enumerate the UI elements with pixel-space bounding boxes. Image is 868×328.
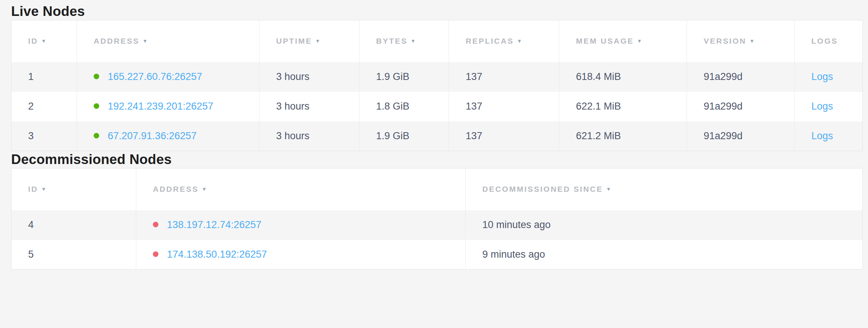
live-status-dot-icon xyxy=(94,103,99,109)
live-status-dot-icon xyxy=(94,74,99,79)
cell-replicas: 137 xyxy=(449,121,559,151)
sort-arrow-icon: ▾ xyxy=(203,185,206,193)
sort-arrow-icon: ▾ xyxy=(42,185,45,193)
column-header-address[interactable]: ADDRESS▾ xyxy=(77,20,259,62)
cell-id: 5 xyxy=(11,240,136,270)
column-header-logs: LOGS xyxy=(795,20,863,62)
column-header-replicas[interactable]: REPLICAS▾ xyxy=(449,20,559,62)
column-header-label: ID xyxy=(28,185,38,193)
column-header-label: UPTIME xyxy=(276,37,312,45)
cell-value: 3 hours xyxy=(276,71,309,82)
cell-value: 3 hours xyxy=(276,130,309,141)
node-row-4: 4138.197.12.74:2625710 minutes ago xyxy=(11,210,863,240)
node-row-3: 367.207.91.36:262573 hours1.9 GiB137621.… xyxy=(11,121,863,151)
column-header-decommissioned_since[interactable]: DECOMMISSIONED SINCE▾ xyxy=(466,168,863,210)
cell-mem_usage: 621.2 MiB xyxy=(559,121,687,151)
cell-bytes: 1.8 GiB xyxy=(359,92,449,121)
cell-value: 137 xyxy=(466,130,482,141)
cell-address: 138.197.12.74:26257 xyxy=(136,210,466,240)
node-address-link[interactable]: 192.241.239.201:26257 xyxy=(108,101,213,112)
column-header-label: REPLICAS xyxy=(466,37,514,45)
column-header-uptime[interactable]: UPTIME▾ xyxy=(259,20,359,62)
column-header-address[interactable]: ADDRESS▾ xyxy=(136,168,466,210)
sort-arrow-icon: ▾ xyxy=(638,37,641,44)
cell-bytes: 1.9 GiB xyxy=(359,121,449,151)
cell-id: 1 xyxy=(11,62,77,92)
column-header-mem_usage[interactable]: MEM USAGE▾ xyxy=(559,20,687,62)
cell-mem_usage: 622.1 MiB xyxy=(559,92,687,121)
cell-value: 10 minutes ago xyxy=(482,219,551,230)
column-header-label: ADDRESS xyxy=(94,37,140,45)
cell-value: 2 xyxy=(28,101,34,112)
cell-replicas: 137 xyxy=(449,92,559,121)
column-header-bytes[interactable]: BYTES▾ xyxy=(359,20,449,62)
column-header-label: MEM USAGE xyxy=(576,37,634,45)
cell-replicas: 137 xyxy=(449,62,559,92)
sort-arrow-icon: ▾ xyxy=(518,37,521,44)
cell-version: 91a299d xyxy=(687,62,795,92)
cell-value: 137 xyxy=(466,71,482,82)
column-header-label: LOGS xyxy=(811,37,838,45)
node-logs-link[interactable]: Logs xyxy=(811,71,833,82)
sort-arrow-icon: ▾ xyxy=(316,37,319,44)
cell-value: 4 xyxy=(28,219,34,230)
node-row-1: 1165.227.60.76:262573 hours1.9 GiB137618… xyxy=(11,62,863,92)
cell-value: 3 xyxy=(28,130,34,141)
column-header-label: DECOMMISSIONED SINCE xyxy=(482,185,603,193)
cell-bytes: 1.9 GiB xyxy=(359,62,449,92)
cell-value: 9 minutes ago xyxy=(482,249,545,260)
live-nodes-header-row: ID▾ADDRESS▾UPTIME▾BYTES▾REPLICAS▾MEM USA… xyxy=(11,20,863,62)
cell-value: 91a299d xyxy=(704,71,743,82)
column-header-label: ID xyxy=(28,37,38,45)
node-address-link[interactable]: 165.227.60.76:26257 xyxy=(108,71,202,82)
cell-value: 1.9 GiB xyxy=(376,71,409,82)
node-logs-link[interactable]: Logs xyxy=(811,101,833,112)
sort-arrow-icon: ▾ xyxy=(144,37,147,44)
node-address-link[interactable]: 67.207.91.36:26257 xyxy=(108,130,197,141)
cell-address: 192.241.239.201:26257 xyxy=(77,92,259,121)
cell-value: 621.2 MiB xyxy=(576,130,621,141)
cell-logs: Logs xyxy=(795,92,863,121)
cell-value: 5 xyxy=(28,249,34,260)
decommissioned-status-dot-icon xyxy=(153,251,158,257)
node-row-5: 5174.138.50.192:262579 minutes ago xyxy=(11,240,863,270)
cell-decommissioned_since: 10 minutes ago xyxy=(466,210,863,240)
column-header-label: VERSION xyxy=(704,37,747,45)
node-address-link[interactable]: 138.197.12.74:26257 xyxy=(167,219,261,230)
cell-address: 67.207.91.36:26257 xyxy=(77,121,259,151)
cell-value: 91a299d xyxy=(704,130,743,141)
column-header-label: BYTES xyxy=(376,37,408,45)
cell-uptime: 3 hours xyxy=(259,121,359,151)
column-header-id[interactable]: ID▾ xyxy=(11,168,136,210)
sort-arrow-icon: ▾ xyxy=(607,185,610,193)
cell-value: 3 hours xyxy=(276,101,309,112)
cell-logs: Logs xyxy=(795,121,863,151)
live-nodes-table: ID▾ADDRESS▾UPTIME▾BYTES▾REPLICAS▾MEM USA… xyxy=(11,20,863,151)
cell-uptime: 3 hours xyxy=(259,62,359,92)
live-status-dot-icon xyxy=(94,133,99,138)
cell-address: 165.227.60.76:26257 xyxy=(77,62,259,92)
cell-mem_usage: 618.4 MiB xyxy=(559,62,687,92)
column-header-version[interactable]: VERSION▾ xyxy=(687,20,795,62)
live-nodes-title: Live Nodes xyxy=(11,3,862,20)
cell-value: 1.9 GiB xyxy=(376,130,409,141)
node-address-link[interactable]: 174.138.50.192:26257 xyxy=(167,249,267,260)
cell-id: 2 xyxy=(11,92,77,121)
cell-value: 622.1 MiB xyxy=(576,101,621,112)
sort-arrow-icon: ▾ xyxy=(42,37,45,44)
decommissioned-nodes-table: ID▾ADDRESS▾DECOMMISSIONED SINCE▾ 4138.19… xyxy=(11,168,863,270)
cell-value: 137 xyxy=(466,101,482,112)
column-header-label: ADDRESS xyxy=(153,185,199,193)
node-logs-link[interactable]: Logs xyxy=(811,130,833,141)
cell-value: 618.4 MiB xyxy=(576,71,621,82)
cell-value: 1 xyxy=(28,71,34,82)
cell-logs: Logs xyxy=(795,62,863,92)
cell-value: 91a299d xyxy=(704,101,743,112)
decommissioned-nodes-title: Decommissioned Nodes xyxy=(11,151,862,168)
decommissioned-nodes-header-row: ID▾ADDRESS▾DECOMMISSIONED SINCE▾ xyxy=(11,168,863,210)
cell-id: 3 xyxy=(11,121,77,151)
cell-address: 174.138.50.192:26257 xyxy=(136,240,466,270)
decommissioned-status-dot-icon xyxy=(153,222,158,227)
cell-decommissioned_since: 9 minutes ago xyxy=(466,240,863,270)
column-header-id[interactable]: ID▾ xyxy=(11,20,77,62)
